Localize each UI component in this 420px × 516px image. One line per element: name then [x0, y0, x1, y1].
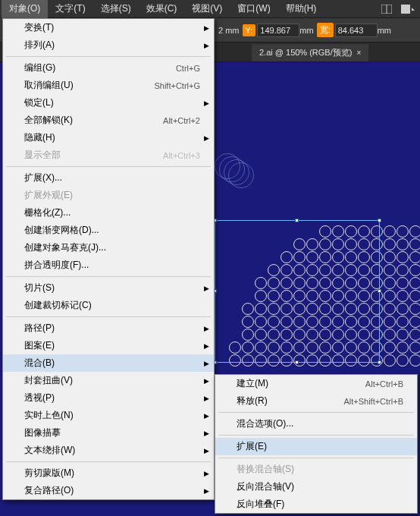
menu-item-label: 创建对象马赛克(J)...	[24, 241, 200, 254]
menu-text[interactable]: 文字(T)	[48, 0, 92, 18]
object-menu-item[interactable]: 编组(G)Ctrl+G	[3, 59, 214, 77]
menu-item-label: 创建裁切标记(C)	[24, 299, 200, 312]
blend-submenu-item: 替换混合轴(S)	[215, 461, 417, 478]
submenu-arrow-icon: ▶	[204, 429, 209, 437]
object-menu-dropdown: 变换(T)▶排列(A)▶编组(G)Ctrl+G取消编组(U)Shift+Ctrl…	[2, 18, 215, 500]
blend-submenu-item[interactable]: 反向混合轴(V)	[215, 478, 417, 496]
workspace-switcher-icon[interactable]	[399, 2, 417, 17]
menu-item-label: 封套扭曲(V)	[24, 374, 200, 387]
menu-item-label: 拼合透明度(F)...	[24, 259, 200, 272]
menu-item-label: 复合路径(O)	[24, 484, 200, 497]
document-tab[interactable]: 2.ai @ 150% (RGB/预览) ×	[252, 44, 368, 61]
menu-item-label: 反向混合轴(V)	[237, 480, 403, 493]
field-x-remnant: 2 mm	[218, 26, 240, 35]
separator	[6, 166, 211, 167]
menu-shortcut: Alt+Ctrl+2	[163, 116, 200, 125]
object-menu-item[interactable]: 封套扭曲(V)▶	[3, 372, 214, 389]
object-menu-item[interactable]: 变换(T)▶	[3, 19, 214, 36]
object-menu-item[interactable]: 文本绕排(W)▶	[3, 442, 214, 459]
menu-item-label: 全部解锁(K)	[24, 114, 163, 127]
object-menu-item[interactable]: 路径(P)▶	[3, 319, 214, 337]
object-menu-item[interactable]: 切片(S)▶	[3, 279, 214, 297]
submenu-arrow-icon: ▶	[204, 42, 209, 49]
blend-submenu-item[interactable]: 释放(R)Alt+Shift+Ctrl+B	[215, 392, 417, 410]
separator	[6, 56, 211, 57]
svg-rect-2	[401, 5, 410, 14]
blend-submenu-item[interactable]: 扩展(E)	[215, 438, 417, 455]
object-menu-item[interactable]: 图像描摹▶	[3, 424, 214, 442]
object-menu-item[interactable]: 混合(B)▶	[3, 354, 214, 372]
object-menu-item[interactable]: 隐藏(H)▶	[3, 129, 214, 146]
menu-item-label: 切片(S)	[24, 282, 200, 294]
object-menu-item[interactable]: 图案(E)▶	[3, 337, 214, 354]
menu-item-label: 替换混合轴(S)	[237, 463, 403, 476]
separator	[218, 458, 414, 458]
submenu-arrow-icon: ▶	[204, 412, 209, 420]
menu-item-label: 编组(G)	[24, 61, 176, 74]
object-menu-item[interactable]: 全部解锁(K)Alt+Ctrl+2	[3, 112, 214, 129]
object-menu-item[interactable]: 拼合透明度(F)...	[3, 256, 214, 274]
submenu-arrow-icon: ▶	[204, 377, 209, 385]
menu-effect[interactable]: 效果(C)	[139, 0, 185, 18]
menu-item-label: 扩展外观(E)	[24, 189, 200, 202]
separator	[218, 412, 414, 413]
object-menu-item[interactable]: 排列(A)▶	[3, 36, 214, 54]
menu-item-label: 显示全部	[24, 149, 163, 162]
menu-help[interactable]: 帮助(H)	[278, 0, 324, 18]
object-menu-item[interactable]: 实时上色(N)▶	[3, 407, 214, 424]
separator	[218, 435, 414, 436]
tab-label: 2.ai @ 150% (RGB/预览)	[259, 47, 352, 58]
object-menu-item[interactable]: 复合路径(O)▶	[3, 482, 214, 499]
blend-submenu-item[interactable]: 建立(M)Alt+Ctrl+B	[215, 375, 417, 392]
w-unit: mm	[378, 26, 391, 35]
object-menu-item[interactable]: 创建裁切标记(C)	[3, 297, 214, 314]
object-menu-item[interactable]: 创建对象马赛克(J)...	[3, 239, 214, 256]
menu-window[interactable]: 窗口(W)	[230, 0, 277, 18]
submenu-arrow-icon: ▶	[204, 470, 209, 477]
menu-item-label: 释放(R)	[237, 395, 343, 407]
object-menu-item[interactable]: 锁定(L)▶	[3, 94, 214, 112]
menu-item-label: 排列(A)	[24, 39, 200, 52]
blend-submenu-item[interactable]: 反向堆叠(F)	[215, 496, 417, 513]
separator	[6, 461, 211, 462]
menu-item-label: 建立(M)	[237, 377, 365, 390]
menu-shortcut: Ctrl+G	[176, 64, 200, 73]
menu-item-label: 隐藏(H)	[24, 131, 200, 144]
menu-object[interactable]: 对象(O)	[2, 0, 48, 18]
blend-submenu-item[interactable]: 混合选项(O)...	[215, 415, 417, 433]
selection-bbox	[215, 220, 380, 363]
menu-item-label: 实时上色(N)	[24, 409, 200, 422]
blend-submenu-dropdown: 建立(M)Alt+Ctrl+B释放(R)Alt+Shift+Ctrl+B混合选项…	[215, 374, 418, 514]
y-input[interactable]	[257, 24, 299, 37]
object-menu-item[interactable]: 栅格化(Z)...	[3, 204, 214, 222]
menu-item-label: 剪切蒙版(M)	[24, 467, 200, 480]
object-menu-item[interactable]: 透视(P)▶	[3, 389, 214, 407]
menu-item-label: 图像描摹	[24, 426, 200, 439]
menu-item-label: 透视(P)	[24, 392, 200, 404]
menu-item-label: 扩展(E)	[237, 440, 403, 453]
w-label: 宽:	[317, 23, 334, 37]
menu-item-label: 扩展(X)...	[24, 171, 200, 184]
close-icon[interactable]: ×	[356, 49, 361, 57]
menu-view[interactable]: 视图(V)	[184, 0, 230, 18]
submenu-arrow-icon: ▶	[204, 99, 209, 107]
arrange-docs-icon[interactable]	[378, 2, 396, 17]
submenu-arrow-icon: ▶	[204, 285, 209, 292]
object-menu-item[interactable]: 剪切蒙版(M)▶	[3, 464, 214, 482]
object-menu-item[interactable]: 创建渐变网格(D)...	[3, 222, 214, 239]
menu-shortcut: Alt+Ctrl+B	[365, 379, 403, 389]
menu-item-label: 路径(P)	[24, 322, 200, 335]
object-menu-item: 扩展外观(E)	[3, 187, 214, 204]
submenu-arrow-icon: ▶	[204, 487, 209, 495]
menu-item-label: 栅格化(Z)...	[24, 206, 200, 219]
object-menu-item[interactable]: 取消编组(U)Shift+Ctrl+G	[3, 77, 214, 94]
separator	[6, 276, 211, 277]
w-input[interactable]	[335, 24, 378, 37]
y-unit: mm	[299, 26, 313, 35]
menu-select[interactable]: 选择(S)	[93, 0, 139, 18]
y-label: Y:	[243, 24, 256, 36]
menu-shortcut: Shift+Ctrl+G	[154, 81, 200, 90]
menu-shortcut: Alt+Shift+Ctrl+B	[343, 397, 403, 406]
menu-item-label: 文本绕排(W)	[24, 444, 200, 457]
object-menu-item[interactable]: 扩展(X)...	[3, 169, 214, 187]
